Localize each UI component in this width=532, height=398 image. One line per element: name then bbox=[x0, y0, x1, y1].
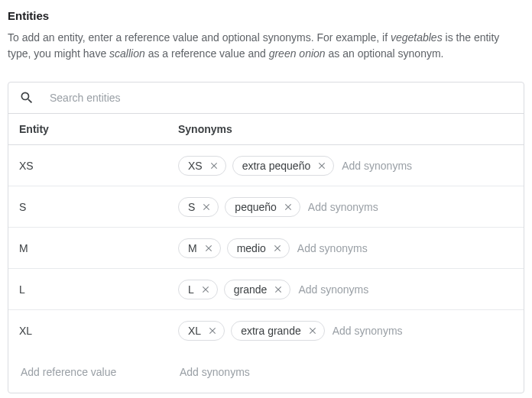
synonym-chip-label: pequeño bbox=[235, 201, 277, 213]
page-title: Entities bbox=[8, 9, 524, 22]
synonym-chip[interactable]: L bbox=[178, 280, 218, 299]
synonym-chip[interactable]: XS bbox=[178, 156, 226, 176]
synonym-chip[interactable]: pequeño bbox=[225, 197, 300, 217]
close-icon[interactable] bbox=[207, 325, 218, 336]
add-synonym-input[interactable] bbox=[296, 241, 433, 255]
synonym-chip-label: extra pequeño bbox=[242, 160, 311, 172]
synonym-chip-label: extra grande bbox=[241, 325, 301, 337]
synonym-chip[interactable]: XL bbox=[178, 321, 225, 341]
close-icon[interactable] bbox=[273, 284, 284, 295]
synonym-chip-label: XS bbox=[188, 160, 203, 172]
entity-reference-value[interactable]: M bbox=[19, 242, 178, 254]
synonym-chip[interactable]: S bbox=[178, 197, 219, 217]
synonym-chip[interactable]: extra grande bbox=[231, 321, 325, 341]
close-icon[interactable] bbox=[307, 325, 318, 336]
entities-panel: Entity Synonyms XSXSextra pequeñoSSpeque… bbox=[8, 82, 524, 393]
table-row[interactable]: XLXLextra grande bbox=[8, 310, 524, 351]
entity-reference-value[interactable]: L bbox=[19, 283, 178, 296]
add-synonym-input[interactable] bbox=[331, 324, 468, 338]
table-row[interactable]: XSXSextra pequeño bbox=[8, 145, 524, 186]
add-reference-input[interactable] bbox=[19, 365, 178, 379]
col-header-entity: Entity bbox=[19, 123, 178, 135]
synonyms-cell: XLextra grande bbox=[178, 321, 513, 341]
synonyms-cell: XSextra pequeño bbox=[178, 156, 513, 176]
new-entity-row bbox=[8, 351, 524, 393]
synonym-chip[interactable]: grande bbox=[224, 280, 291, 299]
synonym-chip-label: M bbox=[188, 242, 197, 254]
table-row[interactable]: SSpequeño bbox=[8, 186, 524, 228]
description-text: To add an entity, enter a reference valu… bbox=[8, 30, 524, 62]
search-icon bbox=[19, 90, 34, 105]
synonyms-cell: Mmedio bbox=[178, 238, 513, 258]
add-synonyms-input[interactable] bbox=[178, 365, 513, 379]
close-icon[interactable] bbox=[283, 202, 294, 212]
search-row bbox=[8, 83, 524, 114]
close-icon[interactable] bbox=[209, 160, 219, 171]
close-icon[interactable] bbox=[201, 202, 212, 212]
synonym-chip-label: XL bbox=[188, 325, 201, 337]
table-row[interactable]: LLgrande bbox=[8, 269, 524, 310]
table-header: Entity Synonyms bbox=[8, 114, 524, 145]
entity-reference-value[interactable]: XL bbox=[19, 325, 178, 337]
close-icon[interactable] bbox=[203, 243, 214, 254]
synonyms-cell: Lgrande bbox=[178, 280, 513, 299]
synonyms-cell: Spequeño bbox=[178, 197, 513, 217]
synonym-chip-label: grande bbox=[234, 283, 268, 296]
entity-reference-value[interactable]: XS bbox=[19, 160, 178, 172]
synonym-chip[interactable]: M bbox=[178, 238, 221, 258]
add-synonym-input[interactable] bbox=[340, 159, 477, 173]
synonym-chip[interactable]: extra pequeño bbox=[232, 156, 335, 176]
close-icon[interactable] bbox=[200, 284, 211, 295]
add-synonym-input[interactable] bbox=[307, 200, 443, 214]
close-icon[interactable] bbox=[272, 243, 283, 254]
search-input[interactable] bbox=[48, 91, 513, 105]
synonym-chip-label: S bbox=[188, 201, 195, 213]
table-row[interactable]: MMmedio bbox=[8, 228, 524, 269]
col-header-synonyms: Synonyms bbox=[178, 123, 513, 135]
entity-reference-value[interactable]: S bbox=[19, 201, 178, 213]
synonym-chip-label: L bbox=[188, 283, 194, 296]
synonym-chip[interactable]: medio bbox=[227, 238, 290, 258]
add-synonym-input[interactable] bbox=[297, 283, 433, 296]
synonym-chip-label: medio bbox=[237, 242, 266, 254]
close-icon[interactable] bbox=[316, 160, 327, 171]
